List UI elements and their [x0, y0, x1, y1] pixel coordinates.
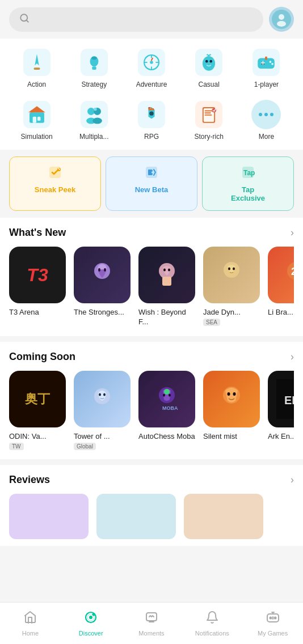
category-multiplayer-label: Multipla... [79, 133, 108, 141]
svg-point-27 [272, 63, 274, 65]
game-tower[interactable]: Tower of ... Global [74, 371, 131, 450]
svg-rect-55 [148, 173, 153, 175]
category-story-label: Story-rich [195, 133, 224, 141]
search-input-wrap: valorant [9, 7, 263, 32]
svg-point-3 [277, 21, 286, 27]
adventure-icon [137, 48, 166, 77]
avatar [272, 10, 291, 29]
whats-new-more[interactable]: › [291, 227, 294, 239]
nav-discover[interactable]: Discover [61, 603, 121, 644]
tap-exclusive-tab[interactable]: Tap TapExclusive [202, 156, 294, 211]
multiplayer-icon [79, 100, 109, 129]
review-card-2[interactable] [96, 494, 176, 539]
svg-point-87 [92, 613, 95, 616]
game-odin[interactable]: 奥丁 ODIN: Va... TW [9, 371, 66, 450]
game-ark[interactable]: EN Ark En... [268, 371, 294, 450]
whats-new-section: What's New › T3 T3 Arena [0, 218, 303, 336]
game-autochess[interactable]: MOBA AutoChess Moba [138, 371, 195, 450]
filter-tabs: Sneak Peek New Beta Tap [9, 156, 294, 211]
nav-notifications[interactable]: Notifications [182, 603, 242, 644]
svg-point-20 [210, 60, 213, 63]
jade-badge: SEA [203, 319, 220, 326]
svg-rect-9 [92, 66, 96, 70]
game-jade[interactable]: Jade Dyn... SEA [203, 247, 260, 327]
category-action[interactable]: Action [9, 43, 64, 93]
svg-rect-28 [266, 57, 268, 60]
nav-home-label: Home [22, 630, 39, 637]
svg-point-18 [203, 56, 215, 71]
svg-rect-30 [30, 112, 44, 122]
category-grid: Action Strategy [0, 39, 303, 150]
game-libra[interactable]: 2v2 Li Bra... [268, 247, 294, 327]
notifications-icon [205, 611, 219, 628]
svg-point-2 [279, 14, 284, 20]
reviews-section: Reviews › [0, 465, 303, 546]
coming-soon-more[interactable]: › [291, 351, 294, 363]
reviews-header: Reviews › [9, 474, 294, 486]
new-beta-tab[interactable]: New Beta [106, 156, 197, 211]
new-beta-icon [144, 165, 159, 183]
review-card-3[interactable] [184, 494, 263, 539]
tower-name: Tower of ... [74, 432, 110, 442]
game-strongest[interactable]: The Stronges... [74, 247, 131, 327]
svg-point-90 [270, 617, 271, 618]
svg-point-68 [233, 268, 235, 270]
nav-moments[interactable]: Moments [121, 603, 182, 644]
svg-text:2v2: 2v2 [291, 266, 294, 277]
category-strategy-label: Strategy [81, 80, 107, 88]
category-strategy[interactable]: Strategy [66, 43, 121, 93]
game-silent[interactable]: Silent mist [203, 371, 260, 450]
t3-logo: T3 [27, 265, 48, 286]
nav-moments-label: Moments [138, 630, 164, 637]
svg-point-80 [228, 392, 230, 396]
svg-point-85 [89, 616, 92, 619]
svg-rect-33 [37, 117, 41, 121]
whats-new-games: T3 T3 Arena The Stronges... [9, 247, 294, 329]
category-casual[interactable]: Casual [182, 43, 237, 93]
category-adventure[interactable]: Adventure [124, 43, 179, 93]
game-t3-arena[interactable]: T3 T3 Arena [9, 247, 66, 327]
category-simulation[interactable]: Simulation [9, 95, 64, 145]
avatar-button[interactable] [269, 7, 294, 32]
game-wish[interactable]: Wish : Beyond F... [138, 247, 195, 327]
odin-name: ODIN: Va... [9, 432, 47, 442]
action-icon [22, 48, 52, 77]
svg-text:MOBA: MOBA [162, 405, 178, 411]
libra-name: Li Bra... [268, 308, 293, 317]
strongest-thumb [74, 247, 131, 303]
whats-new-header: What's New › [9, 227, 294, 239]
category-action-label: Action [27, 80, 46, 88]
category-rpg[interactable]: RPG [124, 95, 179, 145]
svg-point-73 [103, 393, 106, 396]
search-icon [19, 13, 30, 26]
svg-rect-46 [205, 111, 213, 112]
coming-soon-title: Coming Soon [9, 351, 75, 363]
category-simulation-label: Simulation [21, 133, 53, 141]
svg-point-67 [228, 268, 230, 270]
svg-rect-35 [81, 101, 108, 128]
silent-name: Silent mist [203, 432, 237, 442]
search-bar: valorant [0, 0, 303, 39]
search-input[interactable]: valorant [34, 14, 253, 24]
tower-badge: Global [74, 443, 96, 450]
autochess-thumb: MOBA [138, 371, 195, 427]
nav-home[interactable]: Home [0, 603, 61, 644]
category-more[interactable]: More [239, 95, 294, 145]
svg-point-39 [92, 118, 102, 124]
nav-my-games[interactable]: My Games [242, 603, 303, 644]
svg-point-61 [104, 268, 106, 272]
category-multiplayer[interactable]: Multipla... [66, 95, 121, 145]
category-story[interactable]: Story-rich [182, 95, 237, 145]
category-more-label: More [259, 133, 274, 141]
sneak-peek-tab[interactable]: Sneak Peek [9, 156, 101, 211]
svg-point-72 [99, 393, 101, 396]
discover-icon [84, 611, 98, 628]
category-1player[interactable]: 1-player [239, 43, 294, 93]
reviews-more[interactable]: › [291, 474, 294, 486]
coming-soon-section: Coming Soon › 奥丁 ODIN: Va... TW [0, 342, 303, 459]
category-casual-label: Casual [199, 80, 220, 88]
category-adventure-label: Adventure [136, 80, 167, 88]
odin-badge: TW [9, 443, 24, 450]
review-card-1[interactable] [9, 494, 89, 539]
svg-rect-5 [33, 67, 40, 70]
